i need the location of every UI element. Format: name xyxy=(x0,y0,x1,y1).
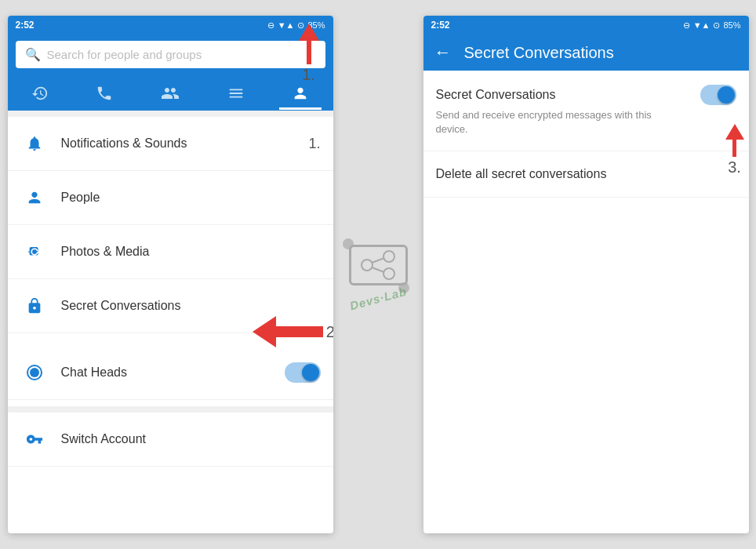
step3-indicator: 3. xyxy=(725,124,744,176)
toggle-row-top: Secret Conversations xyxy=(436,85,736,105)
back-button[interactable]: ← xyxy=(434,42,452,63)
notifications-item[interactable]: Notifications & Sounds 1. xyxy=(8,117,333,171)
signal-icon-right: ▼▲ xyxy=(693,20,711,30)
tab-bar: 1. xyxy=(8,75,333,111)
step3-label: 3. xyxy=(728,158,741,176)
svg-point-3 xyxy=(30,368,39,377)
search-placeholder: Search for people and groups xyxy=(47,48,202,61)
camera-icon xyxy=(20,238,49,266)
tab-recent[interactable] xyxy=(19,82,61,105)
status-icons-right: ⊖ ▼▲ ⊙ 85% xyxy=(683,20,741,31)
dot-tl xyxy=(343,238,354,249)
watermark-area: Devs·Lab xyxy=(333,16,423,533)
do-not-disturb-icon-right: ⊖ xyxy=(683,20,690,31)
chatheads-item[interactable]: Chat Heads xyxy=(8,346,333,400)
step2-label: 2. xyxy=(326,323,333,341)
secret-conv-subtitle: Send and receive encrypted messages with… xyxy=(436,108,656,136)
people-item[interactable]: People xyxy=(8,171,333,225)
search-icon: 🔍 xyxy=(25,47,41,62)
switch-account-label: Switch Account xyxy=(61,432,321,446)
divider-middle xyxy=(8,406,333,413)
chatheads-label: Chat Heads xyxy=(61,365,285,380)
lock-icon xyxy=(20,292,49,320)
status-bar-right: 2:52 ⊖ ▼▲ ⊙ 85% xyxy=(423,16,749,35)
right-settings: Secret Conversations Send and receive en… xyxy=(423,71,749,198)
right-screen: 2:52 ⊖ ▼▲ ⊙ 85% ← Secret Conversations S… xyxy=(423,16,749,533)
signal-icon: ▼▲ xyxy=(278,20,295,30)
chat-icon xyxy=(20,358,49,387)
person-icon xyxy=(20,184,49,212)
divider-top xyxy=(8,111,333,117)
device-frame xyxy=(349,245,408,285)
status-bar-left: 2:52 ⊖ ▼▲ ⊙ 85% xyxy=(8,16,333,35)
switch-account-item[interactable]: Switch Account xyxy=(8,413,333,467)
secret-conv-item[interactable]: Secret Conversations 2. xyxy=(8,279,333,333)
share-icon xyxy=(359,250,397,280)
page-title: Secret Conversations xyxy=(464,44,614,62)
devs-lab-logo xyxy=(349,245,408,285)
time-right: 2:52 xyxy=(431,20,450,31)
svg-line-7 xyxy=(372,258,384,263)
photos-label: Photos & Media xyxy=(61,245,321,259)
svg-point-6 xyxy=(383,268,394,279)
tab-groups[interactable] xyxy=(215,82,257,105)
delete-secret-label: Delete all secret conversations xyxy=(436,167,607,180)
svg-point-5 xyxy=(362,260,373,271)
notifications-label: Notifications & Sounds xyxy=(61,136,309,151)
step1-num: 1. xyxy=(308,136,320,152)
step1-label: 1. xyxy=(302,66,315,84)
chatheads-toggle[interactable] xyxy=(285,362,321,383)
bell-icon xyxy=(20,129,49,158)
do-not-disturb-icon: ⊖ xyxy=(267,20,274,31)
settings-list: Notifications & Sounds 1. People Photos … xyxy=(8,117,333,467)
search-bar[interactable]: 🔍 Search for people and groups xyxy=(16,41,325,68)
key-icon xyxy=(20,425,49,453)
svg-marker-0 xyxy=(253,316,323,347)
people-label: People xyxy=(61,191,321,205)
secret-conv-toggle[interactable] xyxy=(700,85,736,105)
delete-secret-row[interactable]: Delete all secret conversations xyxy=(423,151,749,198)
battery-icon-right: ⊙ xyxy=(713,20,720,31)
svg-point-4 xyxy=(383,251,394,262)
tab-calls[interactable] xyxy=(83,82,125,105)
tab-people[interactable] xyxy=(148,81,192,106)
left-screen: 2:52 ⊖ ▼▲ ⊙ 85% 🔍 Search for people and … xyxy=(8,16,333,533)
secret-conv-toggle-row[interactable]: Secret Conversations Send and receive en… xyxy=(423,71,749,151)
page-header: ← Secret Conversations xyxy=(423,35,749,71)
time-left: 2:52 xyxy=(16,20,35,31)
svg-line-8 xyxy=(372,267,384,272)
tab-profile[interactable] xyxy=(279,82,322,105)
devs-lab-text: Devs·Lab xyxy=(348,284,409,312)
secret-conv-label: Secret Conversations xyxy=(61,299,321,313)
photos-item[interactable]: Photos & Media xyxy=(8,225,333,279)
battery-percent-right: 85% xyxy=(723,20,740,30)
secret-conv-title: Secret Conversations xyxy=(436,88,556,102)
search-container: 🔍 Search for people and groups xyxy=(8,35,333,75)
step1-arrow: 1. xyxy=(299,24,319,84)
